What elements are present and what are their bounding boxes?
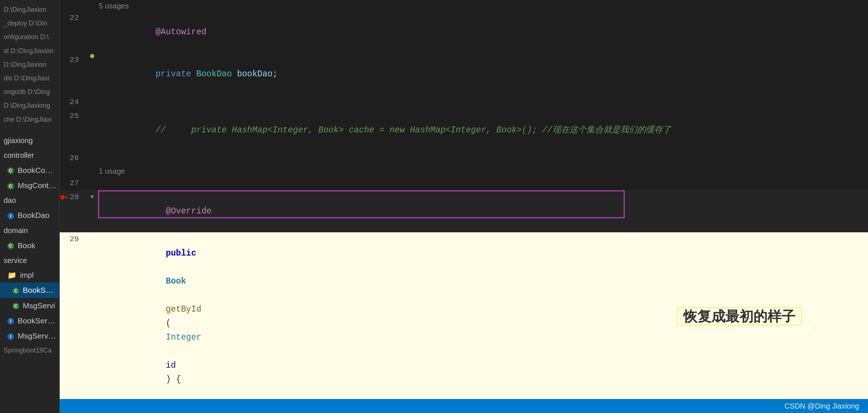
sidebar-item-7[interactable]: ongodb D:\Ding: [0, 85, 59, 99]
warning-triangle: ⚠: [66, 190, 69, 204]
bookmark-icon: ⚡: [89, 53, 95, 59]
line-gutter-23: ⚡: [86, 53, 99, 59]
annotation-autowired: @Autowired: [156, 27, 206, 37]
sidebar-item-impl[interactable]: 📁 impl: [0, 268, 59, 282]
sidebar-item-5[interactable]: D:\DingJiaxion: [0, 58, 59, 72]
line-num-29: 29: [60, 232, 86, 246]
sidebar-item-bookdao[interactable]: I BookDao: [0, 208, 59, 223]
sidebar: D:\DingJiaxion _deploy D:\Din onfigurati…: [0, 0, 60, 413]
annotation-override: @Override: [166, 206, 212, 216]
code-line-28: 28 ⚠ ▼ @Override: [60, 190, 868, 232]
class-c-icon2: C: [7, 183, 14, 190]
sidebar-item-book[interactable]: C Book: [0, 238, 59, 253]
sidebar-label-msgservice: MsgService: [18, 332, 58, 340]
sidebar-label-bookservice: BookService: [18, 316, 59, 325]
line-num-26: 26: [60, 151, 86, 165]
sidebar-item-9[interactable]: che D:\DingJiaxi: [0, 113, 59, 126]
line-gutter-28[interactable]: ▼: [86, 190, 99, 204]
interface-i-icon2: I: [7, 318, 14, 324]
sidebar-item-domain[interactable]: domain: [0, 223, 59, 238]
code-line-22: 22 @Autowired: [60, 11, 868, 53]
param-id: id: [166, 361, 176, 370]
sidebar-label-impl: impl: [20, 271, 34, 279]
line-num-27: 27: [60, 176, 86, 190]
sidebar-item-4[interactable]: st D:\DingJiaxion: [0, 44, 59, 58]
line-content-26: [99, 151, 868, 165]
line-content-23: private BookDao bookDao;: [99, 53, 868, 95]
type-book: Book: [166, 277, 186, 286]
line-num-25: 25: [60, 109, 86, 123]
main-editor: 5 usages 22 @Autowired 23 ⚡: [60, 0, 868, 413]
sidebar-label-msgcontroller: MsgControlle: [18, 181, 59, 190]
breakpoint-dot: [60, 195, 65, 199]
sidebar-item-msgservice[interactable]: I MsgService: [0, 328, 59, 343]
code-line-27: 27: [60, 176, 868, 190]
sidebar-item-1[interactable]: D:\DingJiaxion: [0, 3, 59, 17]
line-num-28: 28 ⚠: [60, 190, 86, 204]
class-c-icon3: C: [7, 243, 14, 249]
code-line-23: 23 ⚡ private BookDao bookDao;: [60, 53, 868, 95]
sidebar-item-bookserviceimpl[interactable]: C BookServi: [0, 282, 59, 298]
code-line-29: 29 public Book getById ( Integer id ) {: [60, 232, 868, 399]
status-text: CSDN @Ding Jiaxiong: [784, 402, 859, 410]
sidebar-item-bookservice[interactable]: I BookService: [0, 313, 59, 328]
usage-hint-1: 1 usage: [60, 165, 868, 176]
sidebar-item-dao[interactable]: dao: [0, 193, 59, 208]
sidebar-item-gjiaxiong[interactable]: gjiaxiong: [0, 133, 59, 148]
code-line-25: 25 // private HashMap<Integer, Book> cac…: [60, 109, 868, 151]
line-num-22: 22: [60, 11, 86, 25]
sidebar-item-springboot19ca[interactable]: Springboot19Ca: [0, 344, 59, 357]
interface-i-icon3: I: [7, 333, 14, 340]
line-content-28: @Override: [99, 190, 868, 232]
sidebar-label-book: Book: [18, 241, 35, 250]
sidebar-item-3[interactable]: onfiguration D:\: [0, 30, 59, 44]
popup-annotation: 恢复成最初的样子: [677, 308, 802, 325]
class-c-icon: C: [7, 167, 14, 174]
code-area: 5 usages 22 @Autowired 23 ⚡: [60, 0, 868, 399]
sidebar-item-service[interactable]: service: [0, 253, 59, 268]
fold-icon-28[interactable]: ▼: [90, 190, 94, 204]
line-28-indicators: ⚠: [60, 190, 69, 204]
line-num-24: 24: [60, 95, 86, 109]
code-line-26: 26: [60, 151, 868, 165]
editor-area[interactable]: 5 usages 22 @Autowired 23 ⚡: [60, 0, 868, 399]
folder-icon: 📁: [7, 271, 17, 279]
svg-text:⚡: ⚡: [91, 55, 93, 59]
line-content-27: [99, 176, 868, 190]
code-line-24: 24: [60, 95, 868, 109]
type-integer: Integer: [166, 333, 202, 342]
sidebar-item-2[interactable]: _deploy D:\Din: [0, 17, 59, 30]
class-c-icon5: C: [13, 303, 19, 309]
sidebar-label-bookcontroller: BookControll: [18, 166, 59, 174]
line-content-25: // private HashMap<Integer, Book> cache …: [99, 109, 868, 151]
method-getbyid: getById: [166, 305, 202, 314]
sidebar-item-bookcontroller[interactable]: C BookControll: [0, 163, 59, 178]
usage-hint-5: 5 usages: [60, 0, 868, 11]
line-content-22: @Autowired: [99, 11, 868, 53]
sidebar-item-msgcontroller[interactable]: C MsgControlle: [0, 178, 59, 193]
sidebar-label-bookserviceimpl: BookServi: [23, 286, 58, 294]
class-c-icon4: C: [13, 288, 19, 294]
sidebar-label-msgserviceimpl: MsgServi: [23, 301, 55, 310]
sidebar-item-8[interactable]: D:\DingJiaxiong: [0, 99, 59, 112]
kw-public: public: [166, 249, 196, 258]
sidebar-item-msgserviceimpl[interactable]: C MsgServi: [0, 298, 59, 313]
line-content-24: [99, 95, 868, 109]
statusbar: CSDN @Ding Jiaxiong: [60, 399, 868, 413]
line-num-23: 23: [60, 53, 86, 67]
interface-i-icon: I: [7, 213, 14, 219]
sidebar-item-6[interactable]: dis D:\DingJiaxi: [0, 72, 59, 85]
sidebar-label-bookdao: BookDao: [18, 211, 49, 219]
box-lines-wrapper: 28 ⚠ ▼ @Override 29: [60, 190, 868, 399]
sidebar-item-controller[interactable]: controller: [0, 148, 59, 163]
